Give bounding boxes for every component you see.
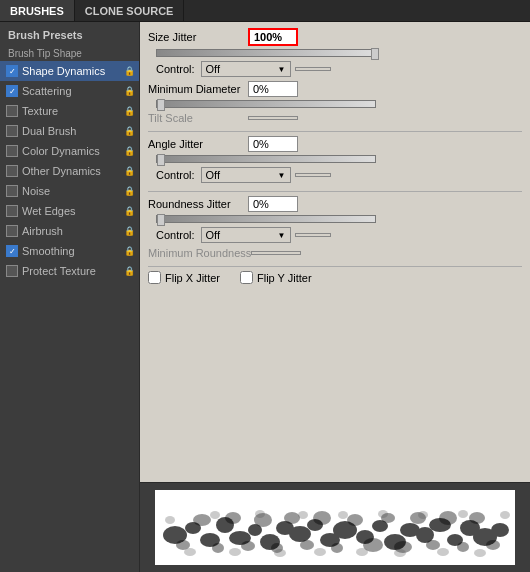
checkbox-noise[interactable] [6,185,18,197]
sidebar-item-scattering[interactable]: Scattering 🔒 [0,81,139,101]
tilt-scale-value [248,116,298,120]
right-panel: Size Jitter 100% Control: Off ▼ [140,22,530,482]
svg-point-45 [184,548,196,556]
flip-x-label[interactable]: Flip X Jitter [148,271,220,284]
checkbox-color-dynamics[interactable] [6,145,18,157]
lock-icon-texture: 🔒 [124,106,135,116]
angle-jitter-slider[interactable] [156,155,376,163]
roundness-jitter-thumb[interactable] [157,214,165,226]
tab-clone-source[interactable]: CLONE SOURCE [75,0,185,21]
sidebar-item-smoothing[interactable]: Smoothing 🔒 [0,241,139,261]
size-jitter-thumb[interactable] [371,48,379,60]
sidebar-label-texture: Texture [22,105,58,117]
tilt-scale-row: Tilt Scale [148,112,522,124]
checkbox-dual-brush[interactable] [6,125,18,137]
checkbox-texture[interactable] [6,105,18,117]
lock-icon-shape-dynamics: 🔒 [124,66,135,76]
size-jitter-slider-row [148,49,522,57]
sidebar-item-airbrush[interactable]: Airbrush 🔒 [0,221,139,241]
roundness-jitter-slider[interactable] [156,215,376,223]
control3-select[interactable]: Off ▼ [201,227,291,243]
sidebar: Brush Presets Brush Tip Shape Shape Dyna… [0,22,140,572]
min-diameter-thumb[interactable] [157,99,165,111]
roundness-jitter-row: Roundness Jitter 0% [148,196,522,212]
angle-jitter-value[interactable]: 0% [248,136,298,152]
tab-brushes[interactable]: BRUSHES [0,0,75,21]
flip-y-label[interactable]: Flip Y Jitter [240,271,312,284]
size-jitter-slider[interactable] [156,49,376,57]
control1-select[interactable]: Off ▼ [201,61,291,77]
angle-jitter-thumb[interactable] [157,154,165,166]
svg-point-51 [314,548,326,556]
min-roundness-row: Minimum Roundness [148,247,522,259]
sidebar-item-wet-edges[interactable]: Wet Edges 🔒 [0,201,139,221]
checkbox-wet-edges[interactable] [6,205,18,217]
divider3 [148,266,522,267]
control1-input[interactable] [295,67,331,71]
preview-area [140,482,530,572]
flip-x-checkbox[interactable] [148,271,161,284]
min-diameter-slider[interactable] [156,100,376,108]
sidebar-label-shape-dynamics: Shape Dynamics [22,65,105,77]
min-diameter-row: Minimum Diameter 0% [148,81,522,97]
checkbox-airbrush[interactable] [6,225,18,237]
control2-label: Control: [156,169,195,181]
sidebar-item-texture[interactable]: Texture 🔒 [0,101,139,121]
checkbox-other-dynamics[interactable] [6,165,18,177]
control1-arrow-icon: ▼ [278,65,286,74]
svg-point-42 [469,512,485,524]
brush-preview [155,490,515,565]
sidebar-item-noise[interactable]: Noise 🔒 [0,181,139,201]
brush-presets-header[interactable]: Brush Presets [0,26,139,46]
control2-value: Off [206,169,220,181]
svg-point-60 [500,511,510,519]
checkbox-scattering[interactable] [6,85,18,97]
svg-point-46 [210,511,220,519]
checkbox-shape-dynamics[interactable] [6,65,18,77]
brush-tip-shape-label: Brush Tip Shape [0,46,139,61]
svg-point-9 [289,526,311,542]
control3-input[interactable] [295,233,331,237]
lock-icon-protect-texture: 🔒 [124,266,135,276]
lock-icon-airbrush: 🔒 [124,226,135,236]
sidebar-item-dual-brush[interactable]: Dual Brush 🔒 [0,121,139,141]
checkbox-smoothing[interactable] [6,245,18,257]
angle-jitter-row: Angle Jitter 0% [148,136,522,152]
min-diameter-value[interactable]: 0% [248,81,298,97]
roundness-jitter-value[interactable]: 0% [248,196,298,212]
sidebar-item-protect-texture[interactable]: Protect Texture 🔒 [0,261,139,281]
svg-point-31 [300,540,314,550]
svg-point-34 [347,514,363,526]
sidebar-item-other-dynamics[interactable]: Other Dynamics 🔒 [0,161,139,181]
sidebar-label-other-dynamics: Other Dynamics [22,165,101,177]
sidebar-label-airbrush: Airbrush [22,225,63,237]
sidebar-label-scattering: Scattering [22,85,72,97]
flip-y-text: Flip Y Jitter [257,272,312,284]
svg-point-54 [378,510,388,518]
svg-point-25 [212,543,224,553]
min-diameter-label: Minimum Diameter [148,83,248,95]
angle-jitter-label: Angle Jitter [148,138,248,150]
sidebar-item-color-dynamics[interactable]: Color Dynamics 🔒 [0,141,139,161]
control2-select[interactable]: Off ▼ [201,167,291,183]
checkbox-protect-texture[interactable] [6,265,18,277]
svg-point-22 [491,523,509,537]
svg-point-43 [486,540,500,550]
svg-point-26 [225,512,241,524]
brush-preview-svg [155,490,515,565]
flip-row: Flip X Jitter Flip Y Jitter [148,271,522,284]
lock-icon-wet-edges: 🔒 [124,206,135,216]
svg-point-57 [437,548,449,556]
min-diameter-slider-row [148,100,522,108]
sidebar-label-noise: Noise [22,185,50,197]
control2-input[interactable] [295,173,331,177]
sidebar-item-shape-dynamics[interactable]: Shape Dynamics 🔒 [0,61,139,81]
lock-icon-smoothing: 🔒 [124,246,135,256]
flip-y-checkbox[interactable] [240,271,253,284]
size-jitter-value[interactable]: 100% [248,28,298,46]
svg-point-52 [338,511,348,519]
divider2 [148,191,522,192]
flip-x-text: Flip X Jitter [165,272,220,284]
lock-icon-noise: 🔒 [124,186,135,196]
control3-value: Off [206,229,220,241]
